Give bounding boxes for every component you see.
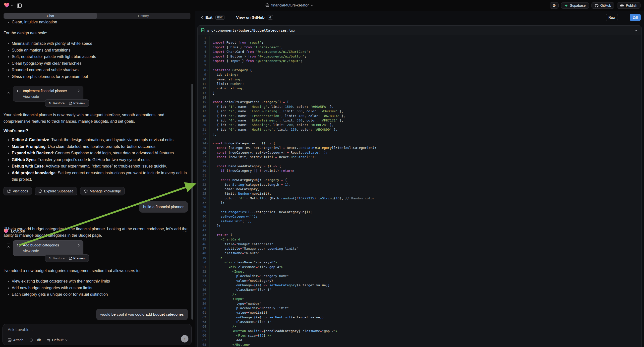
fold-spacer xyxy=(206,265,210,269)
code-line: 31 xyxy=(198,173,642,178)
fold-toggle-icon[interactable]: ▾ xyxy=(206,141,210,146)
fold-spacer xyxy=(206,297,210,301)
line-number: 3 xyxy=(198,45,206,50)
line-number: 23 xyxy=(198,137,206,141)
preview-button[interactable]: Preview xyxy=(69,256,86,260)
fold-spacer xyxy=(206,214,210,219)
fold-toggle-icon[interactable]: ▾ xyxy=(206,68,210,72)
manage-knowledge-button[interactable]: Manage knowledge xyxy=(80,187,125,196)
code-line: 34 name: newCategory, xyxy=(198,187,642,192)
fold-spacer xyxy=(206,40,210,45)
fold-spacer xyxy=(206,50,210,54)
settings-button[interactable]: ⚙︎ xyxy=(550,2,558,9)
restore-button[interactable]: ↻ Restore xyxy=(48,256,65,260)
project-switcher[interactable]: financial-future-creator xyxy=(265,3,313,7)
code-line: 17 { id: '2', name: 'Food & Dining', lim… xyxy=(198,109,642,114)
code-text xyxy=(210,95,213,100)
user-message: build a financial planner xyxy=(139,201,188,212)
code-line: 27 const [newLimit, setNewLimit] = React… xyxy=(198,155,642,159)
line-number: 55 xyxy=(198,283,206,288)
line-number: 67 xyxy=(198,338,206,342)
code-line: 50 <div className="space-y-6"> xyxy=(198,260,642,264)
line-number: 66 xyxy=(198,333,206,338)
file-path-bar[interactable]: src/components/budget/BudgetCategories.t… xyxy=(198,26,642,35)
view-on-github-button[interactable]: View on GitHub xyxy=(236,15,264,20)
supabase-button[interactable]: Supabase xyxy=(561,2,589,9)
fold-spacer xyxy=(206,205,210,210)
send-button[interactable]: ↑ xyxy=(181,335,188,342)
raw-toggle-button[interactable]: Raw xyxy=(606,14,618,21)
code-text: placeholder="Category name" xyxy=(210,274,289,278)
fold-spacer xyxy=(206,123,210,127)
tab-history[interactable]: History xyxy=(97,13,190,19)
diff-toggle-button[interactable]: Diff xyxy=(630,14,641,21)
fold-toggle-icon[interactable]: ▾ xyxy=(206,178,210,182)
code-line: 29▾ const handleAddCategory = () => { xyxy=(198,164,642,168)
fold-toggle-icon[interactable]: ▾ xyxy=(206,100,210,104)
restore-button[interactable]: ↻ Restore xyxy=(48,101,65,105)
line-number: 45 xyxy=(198,237,206,242)
github-button[interactable]: GitHub xyxy=(592,2,615,9)
bookmark-icon[interactable] xyxy=(6,88,10,94)
knowledge-box-icon xyxy=(84,190,88,193)
line-number: 16 xyxy=(198,104,206,109)
version-card-add-budget-categories[interactable]: Add budget categories View code xyxy=(13,240,84,256)
exit-button[interactable]: Exit xyxy=(205,15,212,20)
assistant-intro: I'll help you add budget categories to t… xyxy=(4,226,190,239)
code-line: 4import ChartCard from '@/components/ui/… xyxy=(198,50,642,54)
code-line: 5import { Button } from '@/components/ui… xyxy=(198,54,642,59)
code-line: 28 xyxy=(198,160,642,164)
fold-spacer xyxy=(206,182,210,187)
fold-toggle-icon[interactable]: ▾ xyxy=(206,164,210,168)
composer[interactable]: Ask Lovable... Attach Edit xyxy=(2,324,192,345)
line-number: 44 xyxy=(198,233,206,237)
chevron-up-icon[interactable] xyxy=(634,29,638,31)
code-line: 3import { Plus } from 'lucide-react'; xyxy=(198,45,642,50)
code-line: 40 setNewCategory(''); xyxy=(198,214,642,219)
line-number: 13 xyxy=(198,91,206,95)
visit-docs-button[interactable]: Visit docs xyxy=(4,187,32,196)
list-item: Each category gets a unique color for vi… xyxy=(4,291,187,298)
fold-spacer xyxy=(206,324,210,329)
line-number: 58 xyxy=(198,297,206,301)
chat-scrollbar[interactable] xyxy=(192,84,193,320)
lovable-logo-menu[interactable] xyxy=(4,3,13,8)
view-code-link[interactable]: View code xyxy=(23,94,80,98)
attach-image-icon xyxy=(8,338,12,342)
code-line: 46 title="Budget Categories" xyxy=(198,242,642,246)
code-text: className="flex-1" xyxy=(210,288,271,292)
edit-button[interactable]: Edit xyxy=(29,338,41,342)
explore-supabase-button[interactable]: Explore Supabase xyxy=(35,187,78,196)
view-code-link[interactable]: View code xyxy=(23,249,80,253)
line-number: 52 xyxy=(198,269,206,274)
attach-button[interactable]: Attach xyxy=(8,338,24,342)
fold-spacer xyxy=(206,72,210,77)
composer-input[interactable]: Ask Lovable... xyxy=(8,328,33,332)
toggle-sidebar-button[interactable] xyxy=(16,2,23,9)
fold-spacer xyxy=(206,77,210,82)
code-line: 59 type="number" xyxy=(198,302,642,306)
fold-spacer xyxy=(206,237,210,242)
code-line: 6import { Input } from '@/components/ui/… xyxy=(198,59,642,63)
tab-chat[interactable]: Chat xyxy=(4,13,97,19)
line-number: 60 xyxy=(198,306,206,310)
code-line: 49 > xyxy=(198,256,642,260)
code-line: 35 limit: Number(newLimit), xyxy=(198,192,642,196)
code-line: 12 color: string; xyxy=(198,86,642,90)
code-line: 37 }; xyxy=(198,201,642,205)
whats-next-bullets: Refine & Customize: Tweak the design, an… xyxy=(4,137,187,183)
fold-spacer xyxy=(206,54,210,59)
code-text: <Button onClick={handleAddCategory} clas… xyxy=(210,329,338,333)
fold-spacer xyxy=(206,333,210,338)
fold-spacer xyxy=(206,91,210,95)
preview-button[interactable]: Preview xyxy=(69,101,86,105)
code-text: color: '#' + Math.floor(Math.random()*16… xyxy=(210,196,375,201)
fold-spacer xyxy=(206,114,210,118)
bookmark-icon[interactable] xyxy=(6,243,10,248)
mode-select[interactable]: Default xyxy=(47,338,68,342)
fold-spacer xyxy=(206,302,210,306)
line-number: 1 xyxy=(198,36,206,40)
publish-button[interactable]: Publish xyxy=(617,2,640,9)
code-text: <Input xyxy=(210,269,244,274)
fold-spacer xyxy=(206,160,210,164)
